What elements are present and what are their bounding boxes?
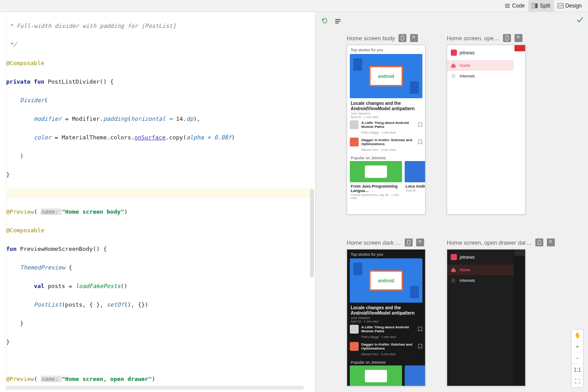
image-icon bbox=[557, 3, 564, 9]
preview-home-body-dark[interactable]: Home screen dark … Top stories for you a… bbox=[347, 238, 426, 386]
list-item: A Little Thing about Android Module Path… bbox=[347, 119, 425, 131]
check-icon bbox=[576, 16, 584, 23]
zoom-actual-button[interactable]: 1:1 bbox=[572, 364, 583, 376]
card: Loca AndrJose Al bbox=[405, 161, 425, 200]
svg-rect-1 bbox=[535, 4, 538, 8]
card-row bbox=[347, 365, 425, 386]
preview-frame: Top stories for you android Locale chang… bbox=[347, 249, 426, 386]
preview-title: Home screen, ope… bbox=[447, 35, 499, 42]
section-header: Popular on Jetnews bbox=[347, 153, 425, 161]
section-header: Popular on Jetnews bbox=[347, 357, 425, 365]
preview-frame: Top stories for you android Locale chang… bbox=[347, 45, 426, 215]
hero-meta: April 02 · 1 min read bbox=[347, 319, 425, 323]
deploy-preview-icon[interactable] bbox=[503, 34, 511, 42]
code-content[interactable]: * Full-width divider with padding for [P… bbox=[6, 12, 315, 392]
code-editor[interactable]: 4 ⌃ ⌄ * Full-width divider with padding … bbox=[0, 12, 315, 392]
svg-rect-6 bbox=[401, 36, 404, 40]
preview-title: Home screen, open drawer dar… bbox=[447, 239, 532, 246]
zoom-out-button[interactable]: − bbox=[572, 353, 583, 364]
compose-preview-pane: Home screen body Top stories for you and… bbox=[315, 12, 588, 392]
drawer-panel: jetnews Home Interests bbox=[447, 45, 514, 214]
card bbox=[350, 365, 402, 386]
svg-rect-9 bbox=[538, 240, 541, 245]
home-icon bbox=[451, 267, 456, 273]
deploy-preview-icon[interactable] bbox=[398, 34, 406, 42]
interactive-preview-icon[interactable] bbox=[547, 238, 555, 246]
hero-author: Jose Skeeters bbox=[347, 316, 425, 319]
pan-button[interactable]: ✋ bbox=[572, 330, 583, 341]
bookmark-icon bbox=[418, 139, 422, 145]
bookmark-icon bbox=[418, 327, 422, 332]
preview-frame: jetnews Home Interests bbox=[447, 45, 526, 215]
home-icon bbox=[451, 63, 456, 68]
hero-image: android bbox=[350, 258, 422, 303]
list-item: Dagger in Kotlin: Gotchas and Optimizati… bbox=[347, 340, 425, 353]
editor-vertical-scrollbar[interactable] bbox=[310, 189, 314, 277]
view-code-label: Code bbox=[512, 3, 525, 9]
interactive-preview-icon[interactable] bbox=[416, 238, 424, 246]
preview-drawer[interactable]: Home screen, ope… jetnews Home Interests bbox=[447, 34, 526, 215]
preview-toolbar bbox=[321, 17, 341, 24]
card: From Java Programming Langua…Florina Mun… bbox=[350, 161, 402, 200]
drawer-panel: jetnews Home Interests bbox=[447, 250, 514, 386]
svg-rect-7 bbox=[506, 36, 508, 40]
preview-drawer-dark[interactable]: Home screen, open drawer dar… jetnews Ho… bbox=[447, 238, 555, 386]
svg-rect-0 bbox=[532, 4, 534, 8]
drawer-brand: jetnews bbox=[447, 45, 514, 60]
svg-rect-5 bbox=[335, 23, 339, 23]
bookmark-icon bbox=[418, 122, 422, 127]
list-item: Dagger in Kotlin: Gotchas and Optimizati… bbox=[347, 136, 425, 148]
svg-rect-4 bbox=[335, 21, 340, 22]
svg-rect-3 bbox=[335, 19, 340, 20]
view-code-button[interactable]: Code bbox=[501, 0, 529, 12]
view-split-label: Split bbox=[540, 3, 550, 9]
hero-title: Locale changes and the AndroidViewModel … bbox=[347, 303, 425, 316]
list-icon bbox=[451, 278, 456, 283]
section-header: Top stories for you bbox=[347, 45, 425, 54]
preview-title: Home screen body bbox=[347, 35, 395, 42]
list-item: A Little Thing about Android Module Path… bbox=[347, 323, 425, 335]
deploy-preview-icon[interactable] bbox=[405, 238, 413, 246]
view-mode-toolbar: Code Split Design bbox=[0, 0, 588, 12]
refresh-icon[interactable] bbox=[321, 17, 328, 24]
hero-meta: April 02 · 1 min read bbox=[347, 115, 425, 119]
settings-icon[interactable] bbox=[334, 17, 341, 24]
list-icon bbox=[451, 73, 456, 79]
lines-icon bbox=[504, 3, 511, 9]
view-design-button[interactable]: Design bbox=[554, 0, 585, 12]
drawer-item-home: Home bbox=[447, 60, 514, 71]
interactive-preview-icon[interactable] bbox=[410, 34, 418, 42]
drawer-scrim bbox=[514, 250, 525, 256]
card-row: From Java Programming Langua…Florina Mun… bbox=[347, 161, 425, 200]
hero-image: android bbox=[350, 54, 422, 98]
logo-icon bbox=[451, 254, 457, 260]
drawer-item-home: Home bbox=[447, 265, 514, 275]
zoom-in-button[interactable]: + bbox=[572, 341, 583, 353]
drawer-brand: jetnews bbox=[447, 250, 514, 265]
hero-title: Locale changes and the AndroidViewModel … bbox=[347, 98, 425, 111]
drawer-item-interests: Interests bbox=[447, 71, 514, 81]
deploy-preview-icon[interactable] bbox=[535, 238, 543, 246]
view-design-label: Design bbox=[565, 3, 582, 9]
logo-icon bbox=[451, 50, 457, 56]
section-header: Top stories for you bbox=[347, 250, 425, 258]
interactive-preview-icon[interactable] bbox=[514, 34, 522, 42]
preview-frame: jetnews Home Interests bbox=[447, 249, 526, 386]
editor-horizontal-scrollbar[interactable] bbox=[6, 386, 304, 390]
svg-rect-8 bbox=[407, 240, 410, 245]
zoom-controls: ✋ + − 1:1 ⛶ bbox=[571, 329, 584, 388]
preview-title: Home screen dark … bbox=[347, 239, 401, 246]
hero-author: Jose Skeeters bbox=[347, 111, 425, 115]
view-split-button[interactable]: Split bbox=[528, 0, 553, 12]
drawer-scrim bbox=[514, 45, 525, 51]
editor-gutter bbox=[0, 12, 6, 392]
zoom-fit-button[interactable]: ⛶ bbox=[572, 376, 583, 387]
bookmark-icon bbox=[418, 344, 422, 349]
split-icon bbox=[532, 3, 538, 9]
preview-home-body[interactable]: Home screen body Top stories for you and… bbox=[347, 34, 426, 215]
preview-status-ok bbox=[576, 16, 584, 25]
card bbox=[405, 365, 425, 386]
drawer-item-interests: Interests bbox=[447, 275, 514, 286]
